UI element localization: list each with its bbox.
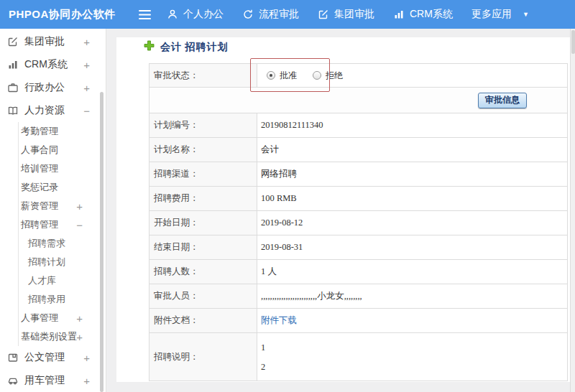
expand-toggle[interactable]: + bbox=[76, 200, 83, 213]
sidebar-item-admin-office[interactable]: 行政办公 + bbox=[0, 76, 106, 99]
sidebar-item-attendance[interactable]: 考勤管理 bbox=[19, 122, 106, 141]
field-label: 招聘说明： bbox=[150, 333, 257, 381]
table-row: 招聘渠道： 网络招聘 bbox=[150, 162, 568, 187]
expand-toggle[interactable]: + bbox=[83, 82, 90, 94]
approve-info-button[interactable]: 审批信息 bbox=[478, 93, 527, 108]
sidebar-item-label: 人事管理 bbox=[21, 312, 58, 325]
field-value: 网络招聘 bbox=[257, 162, 568, 187]
field-label: 附件文档： bbox=[150, 309, 257, 333]
table-row: 招聘费用： 100 RMB bbox=[150, 187, 568, 211]
expand-toggle[interactable]: + bbox=[76, 331, 83, 343]
sidebar-item-personnel[interactable]: 人事管理 + bbox=[19, 309, 106, 327]
document-icon bbox=[7, 352, 19, 364]
collapse-toggle[interactable]: − bbox=[83, 105, 90, 117]
attachment-download-link[interactable]: 附件下载 bbox=[261, 315, 297, 325]
field-label: 招聘人数： bbox=[150, 260, 257, 284]
sidebar-item-recruit-hire[interactable]: 招聘录用 bbox=[19, 290, 106, 309]
table-row: 招聘说明： 1 2 bbox=[150, 333, 568, 381]
recruit-plan-table: 审批状态： 批准 拒绝 审批信息 计划编号： 20190812111340 计划… bbox=[149, 63, 568, 381]
page-scrollbar[interactable] bbox=[570, 29, 575, 392]
sidebar-item-label: 招聘录用 bbox=[28, 293, 65, 306]
nav-label: 流程审批 bbox=[259, 8, 299, 21]
collapse-toggle[interactable]: − bbox=[76, 219, 83, 231]
radio-approve[interactable] bbox=[267, 71, 275, 80]
sidebar-scrollbar[interactable] bbox=[100, 92, 104, 392]
process-icon bbox=[242, 9, 254, 20]
sidebar-item-crm-system[interactable]: CRM系统 + bbox=[0, 53, 106, 76]
plus-icon bbox=[144, 40, 155, 54]
table-row: 审批人员： ,,,,,,,,,,,,,,,,,,,,,,,,,小龙女,,,,,,… bbox=[150, 284, 568, 309]
sidebar-item-label: 薪资管理 bbox=[21, 200, 58, 213]
page-title-row: 会计 招聘计划 bbox=[144, 40, 229, 54]
sidebar-item-hr-contract[interactable]: 人事合同 bbox=[19, 141, 106, 159]
radio-approve-label[interactable]: 批准 bbox=[280, 70, 297, 82]
table-row: 结束日期： 2019-08-31 bbox=[150, 235, 568, 260]
sidebar-item-label: 招聘计划 bbox=[28, 256, 65, 269]
expand-toggle[interactable]: + bbox=[83, 352, 90, 364]
compose-icon bbox=[7, 36, 19, 48]
sidebar-item-talent-pool[interactable]: 人才库 bbox=[19, 271, 106, 290]
sidebar-item-label: 行政办公 bbox=[24, 81, 65, 94]
sidebar-item-label: 公文管理 bbox=[24, 351, 65, 364]
sidebar-item-training[interactable]: 培训管理 bbox=[19, 159, 106, 178]
expand-toggle[interactable]: + bbox=[83, 59, 90, 71]
sidebar-item-salary[interactable]: 薪资管理 + bbox=[19, 197, 106, 215]
sidebar-item-label: 招聘需求 bbox=[28, 237, 65, 250]
expand-toggle[interactable]: + bbox=[83, 36, 90, 48]
sidebar-item-recruitment[interactable]: 招聘管理 − bbox=[19, 215, 106, 234]
expand-toggle[interactable]: + bbox=[76, 312, 83, 325]
field-label: 结束日期： bbox=[150, 235, 257, 260]
sidebar-item-label: 奖惩记录 bbox=[21, 181, 58, 194]
sidebar-item-base-category[interactable]: 基础类别设置 + bbox=[19, 327, 106, 346]
field-value: 2019-08-12 bbox=[257, 211, 568, 235]
field-label: 计划名称： bbox=[150, 138, 257, 162]
sidebar-item-human-resources[interactable]: 人力资源 − bbox=[0, 99, 106, 122]
hr-submenu: 考勤管理 人事合同 培训管理 奖惩记录 薪资管理 + 招聘管理 − 招聘需求 招… bbox=[18, 122, 106, 346]
sidebar-item-group-approval[interactable]: 集团审批 + bbox=[0, 30, 106, 53]
sidebar-item-recruit-plan[interactable]: 招聘计划 bbox=[19, 253, 106, 271]
top-nav: 个人办公 流程审批 集团审批 CRM系统 更多应用 ▼ bbox=[167, 8, 529, 21]
page-title: 会计 招聘计划 bbox=[160, 41, 229, 54]
sidebar-item-document-mgmt[interactable]: 公文管理 + bbox=[0, 346, 106, 369]
field-label: 招聘费用： bbox=[150, 187, 257, 211]
car-icon bbox=[7, 375, 19, 387]
sidebar-item-label: 人才库 bbox=[28, 274, 56, 287]
book-icon bbox=[7, 105, 19, 117]
sidebar-item-label: 培训管理 bbox=[21, 162, 58, 175]
nav-process-approval[interactable]: 流程审批 bbox=[242, 8, 299, 21]
field-value: 100 RMB bbox=[257, 187, 568, 211]
app-logo[interactable]: PHPOA协同办公软件 bbox=[0, 8, 135, 22]
sidebar-item-rewards[interactable]: 奖惩记录 bbox=[19, 178, 106, 197]
nav-more-apps[interactable]: 更多应用 ▼ bbox=[472, 8, 529, 21]
nav-crm-system[interactable]: CRM系统 bbox=[393, 8, 453, 21]
field-value: 会计 bbox=[257, 138, 568, 162]
expand-toggle[interactable]: + bbox=[83, 375, 90, 387]
sidebar-item-label: CRM系统 bbox=[24, 58, 68, 71]
nav-label: 集团审批 bbox=[334, 8, 374, 21]
radio-reject-label[interactable]: 拒绝 bbox=[326, 70, 343, 82]
sidebar-item-recruit-demand[interactable]: 招聘需求 bbox=[19, 234, 106, 253]
table-row: 附件文档： 附件下载 bbox=[150, 309, 568, 333]
nav-label: 个人办公 bbox=[183, 8, 224, 21]
page-scrollbar-thumb[interactable] bbox=[571, 30, 575, 54]
field-value: 2019-08-31 bbox=[257, 235, 568, 260]
hamburger-menu-icon[interactable] bbox=[135, 5, 154, 24]
sidebar-item-vehicle-mgmt[interactable]: 用车管理 + bbox=[0, 369, 106, 392]
nav-label: 更多应用 bbox=[472, 8, 512, 21]
nav-label: CRM系统 bbox=[410, 8, 453, 21]
sidebar-item-label: 用车管理 bbox=[24, 374, 65, 387]
field-label: 审批状态： bbox=[150, 64, 257, 88]
compose-icon bbox=[318, 9, 329, 20]
field-label: 计划编号： bbox=[150, 113, 257, 138]
bar-chart-icon bbox=[393, 9, 405, 20]
radio-reject[interactable] bbox=[313, 71, 321, 80]
sidebar-item-label: 考勤管理 bbox=[21, 125, 58, 138]
field-value: 1 人 bbox=[257, 260, 568, 284]
nav-group-approval[interactable]: 集团审批 bbox=[318, 8, 374, 21]
sidebar-item-label: 集团审批 bbox=[24, 35, 65, 48]
caret-down-icon: ▼ bbox=[523, 11, 529, 18]
nav-personal-office[interactable]: 个人办公 bbox=[167, 8, 224, 21]
table-row: 审批信息 bbox=[150, 88, 568, 113]
table-row: 计划名称： 会计 bbox=[150, 138, 568, 162]
recruitment-submenu: 招聘需求 招聘计划 人才库 招聘录用 bbox=[19, 234, 106, 309]
